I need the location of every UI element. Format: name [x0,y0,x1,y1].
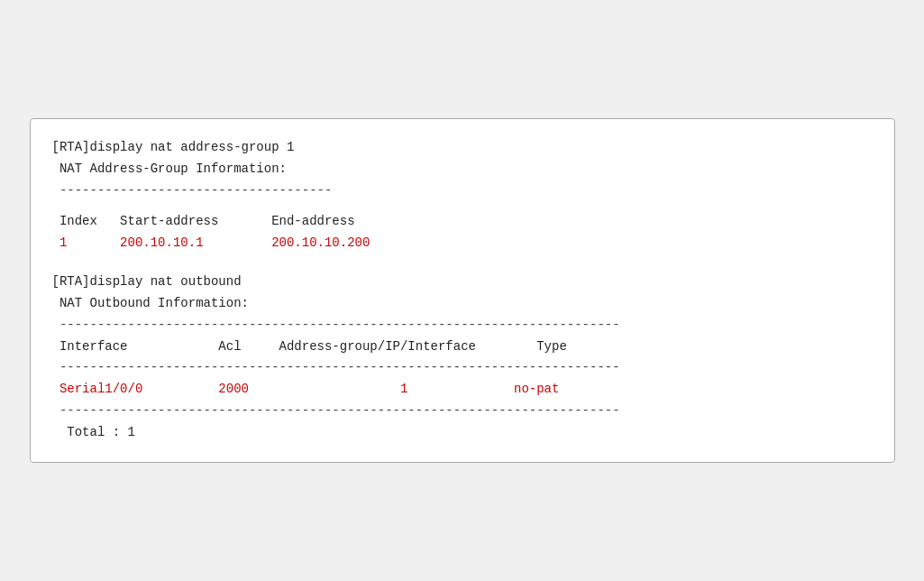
nat-address-group-label: NAT Address-Group Information: [52,159,873,180]
table-data-1: 1 200.10.10.1 200.10.10.200 [52,233,873,254]
terminal-output: [RTA]display nat address-group 1 NAT Add… [30,118,895,462]
spacer-3 [52,263,873,272]
separator-1: ------------------------------------ [52,180,873,202]
separator-4: ----------------------------------------… [52,401,873,422]
spacer-2 [52,254,873,263]
cmd-line-1: [RTA]display nat address-group 1 [52,137,873,159]
table-header-1: Index Start-address End-address [52,211,873,233]
separator-3: ----------------------------------------… [52,357,873,379]
nat-outbound-label: NAT Outbound Information: [52,293,873,315]
total-line: Total : 1 [52,422,873,444]
cmd-line-2: [RTA]display nat outbound [52,272,873,293]
spacer-1 [52,202,873,211]
table-header-2: Interface Acl Address-group/IP/Interface… [52,337,873,358]
separator-2: ----------------------------------------… [52,315,873,337]
table-data-2: Serial1/0/0 2000 1 no-pat [52,379,873,401]
